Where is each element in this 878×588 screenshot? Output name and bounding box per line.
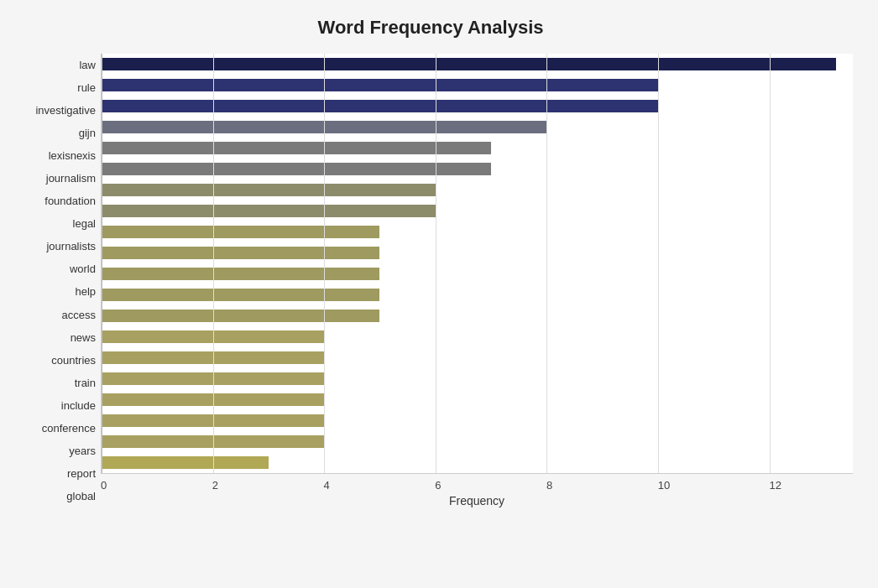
y-label: foundation xyxy=(8,195,96,206)
bar xyxy=(102,310,379,322)
bar-row xyxy=(102,242,853,263)
bar-row xyxy=(102,117,853,138)
y-label: countries xyxy=(8,355,96,366)
y-axis: lawruleinvestigativegijnlexisnexisjourna… xyxy=(8,54,101,507)
bar-row xyxy=(102,96,853,117)
y-label: legal xyxy=(8,218,96,229)
y-label: train xyxy=(8,377,96,388)
x-axis: 024681012 xyxy=(101,474,853,491)
bar-row xyxy=(102,305,853,326)
bar xyxy=(102,247,379,259)
grid-line xyxy=(546,54,547,473)
y-label: journalists xyxy=(8,241,96,252)
bar-row xyxy=(102,200,853,221)
y-label: include xyxy=(8,400,96,411)
bar xyxy=(102,205,436,217)
bar-row xyxy=(102,368,853,389)
bar xyxy=(102,289,379,301)
bars-container xyxy=(101,54,853,474)
y-label: lexisnexis xyxy=(8,150,96,161)
y-label: help xyxy=(8,286,96,297)
bar-row xyxy=(102,410,853,431)
bar-row xyxy=(102,389,853,410)
grid-line xyxy=(658,54,659,473)
bar xyxy=(102,58,836,70)
bar-row xyxy=(102,326,853,347)
y-label: years xyxy=(8,445,96,456)
grid-line xyxy=(770,54,771,473)
bar xyxy=(102,100,658,112)
bar xyxy=(102,79,658,91)
grid-line xyxy=(324,54,325,473)
y-label: report xyxy=(8,468,96,479)
y-label: law xyxy=(8,60,96,70)
grid-line xyxy=(213,54,214,473)
bar xyxy=(102,456,269,469)
bar xyxy=(102,184,436,196)
chart-container: Word Frequency Analysis lawruleinvestiga… xyxy=(0,0,878,588)
bar-row xyxy=(102,75,853,96)
y-label: journalism xyxy=(8,173,96,184)
bar xyxy=(102,163,491,175)
bar-row xyxy=(102,180,853,200)
y-label: global xyxy=(8,491,96,502)
grid-line xyxy=(436,54,436,473)
bar-row xyxy=(102,263,853,284)
bar xyxy=(102,142,491,154)
bar-row xyxy=(102,221,853,242)
bar-row xyxy=(102,159,853,180)
bar-row xyxy=(102,347,853,368)
chart-area: lawruleinvestigativegijnlexisnexisjourna… xyxy=(8,54,853,507)
bar-row xyxy=(102,452,853,473)
bar-row xyxy=(102,431,853,452)
bar-row xyxy=(102,54,853,75)
bar-row xyxy=(102,284,853,305)
y-label: investigative xyxy=(8,105,96,116)
bars-and-x: 024681012 Frequency xyxy=(101,54,853,507)
y-label: rule xyxy=(8,82,96,93)
bar xyxy=(102,268,379,280)
y-label: news xyxy=(8,332,96,343)
grid-line xyxy=(102,54,102,473)
y-label: access xyxy=(8,310,96,320)
bar-row xyxy=(102,138,853,159)
y-label: conference xyxy=(8,423,96,434)
y-label: gijn xyxy=(8,127,96,138)
x-axis-label: Frequency xyxy=(101,494,853,507)
chart-title: Word Frequency Analysis xyxy=(8,17,853,39)
y-label: world xyxy=(8,263,96,274)
bar xyxy=(102,226,379,238)
